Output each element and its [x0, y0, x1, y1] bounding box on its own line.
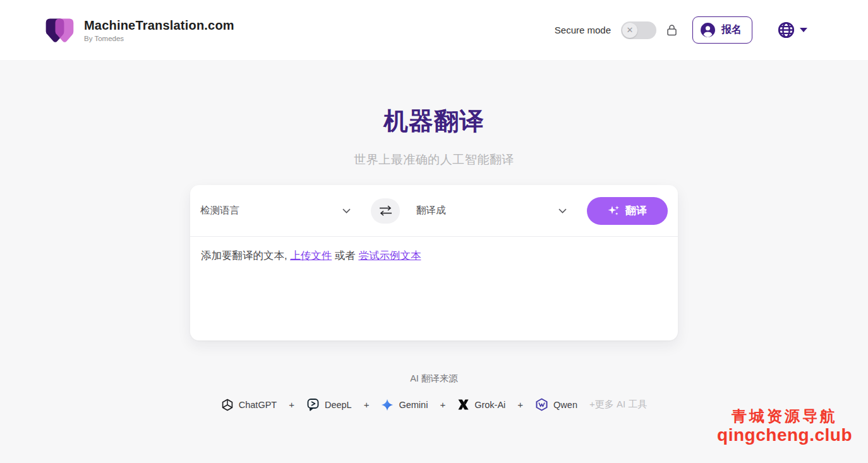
ai-sources-section: AI 翻译来源 ChatGPT + DeepL + — [0, 373, 868, 411]
page-title: 机器翻译 — [0, 104, 868, 138]
source-chatgpt: ChatGPT — [221, 399, 277, 411]
source-language-select[interactable]: 检测语言 — [200, 204, 354, 217]
source-grok: Grok-Ai — [457, 399, 505, 411]
target-language-value: 翻译成 — [416, 204, 446, 217]
header: MachineTranslation.com By Tomedes Secure… — [0, 0, 868, 60]
lock-icon — [666, 24, 677, 36]
language-menu[interactable] — [778, 21, 807, 39]
signup-button[interactable]: 报名 — [692, 16, 752, 44]
translate-button-label: 翻译 — [625, 203, 647, 218]
swap-languages-button[interactable] — [371, 198, 400, 224]
plus-separator: + — [440, 399, 445, 410]
gemini-icon — [381, 399, 394, 411]
swap-arrows-icon — [378, 205, 393, 216]
input-placeholder: 添加要翻译的文本, 上传文件 或者 尝试示例文本 — [201, 250, 421, 261]
brand-text: MachineTranslation.com By Tomedes — [84, 18, 234, 42]
brand-title: MachineTranslation.com — [84, 18, 234, 33]
brand-logo-icon — [43, 16, 76, 45]
watermark-url: qingcheng.club — [717, 425, 852, 445]
source-label: Grok-Ai — [474, 400, 505, 410]
chatgpt-icon — [221, 399, 234, 411]
ai-sources-title: AI 翻译来源 — [0, 373, 868, 385]
brand[interactable]: MachineTranslation.com By Tomedes — [43, 16, 234, 45]
qwen-icon — [535, 398, 548, 411]
globe-icon — [778, 21, 795, 39]
language-bar: 检测语言 翻译成 — [190, 185, 678, 237]
grok-icon — [457, 399, 469, 411]
secure-mode-toggle[interactable]: ✕ — [621, 21, 656, 39]
translator-card: 检测语言 翻译成 — [190, 185, 678, 340]
source-qwen: Qwen — [535, 398, 577, 411]
deepl-icon — [306, 398, 320, 411]
source-label: DeepL — [325, 400, 352, 410]
sparkles-icon — [608, 205, 620, 217]
watermark-title: 青城资源导航 — [717, 407, 852, 425]
brand-subtitle: By Tomedes — [84, 35, 234, 42]
watermark: 青城资源导航 qingcheng.club — [717, 407, 852, 445]
header-right: Secure mode ✕ 报名 — [555, 16, 807, 44]
placeholder-prefix: 添加要翻译的文本, — [201, 250, 287, 261]
source-label: Qwen — [553, 400, 577, 410]
sample-text-link[interactable]: 尝试示例文本 — [358, 250, 421, 261]
source-deepl: DeepL — [306, 398, 352, 411]
chevron-down-icon — [800, 28, 807, 32]
main-content: 机器翻译 世界上最准确的人工智能翻译 检测语言 翻译成 — [0, 60, 868, 411]
upload-file-link[interactable]: 上传文件 — [290, 250, 332, 261]
page-subtitle: 世界上最准确的人工智能翻译 — [0, 152, 868, 168]
secure-mode-label: Secure mode — [555, 25, 611, 35]
target-language-select[interactable]: 翻译成 — [416, 204, 570, 217]
signup-label: 报名 — [721, 23, 742, 37]
plus-separator: + — [289, 399, 294, 410]
source-label: Gemini — [399, 400, 428, 410]
more-ai-tools-link[interactable]: +更多 AI 工具 — [589, 399, 647, 411]
chevron-down-icon — [342, 208, 351, 213]
chevron-down-icon — [558, 208, 567, 213]
toggle-x-icon: ✕ — [627, 26, 634, 34]
user-icon — [700, 22, 716, 38]
translation-input[interactable]: 添加要翻译的文本, 上传文件 或者 尝试示例文本 — [190, 237, 678, 340]
toggle-knob: ✕ — [622, 23, 637, 38]
placeholder-or: 或者 — [335, 250, 356, 261]
plus-separator: + — [517, 399, 523, 410]
translate-button[interactable]: 翻译 — [587, 197, 668, 225]
source-label: ChatGPT — [239, 400, 277, 410]
plus-separator: + — [364, 399, 370, 410]
source-gemini: Gemini — [381, 399, 428, 411]
source-language-value: 检测语言 — [200, 204, 239, 217]
